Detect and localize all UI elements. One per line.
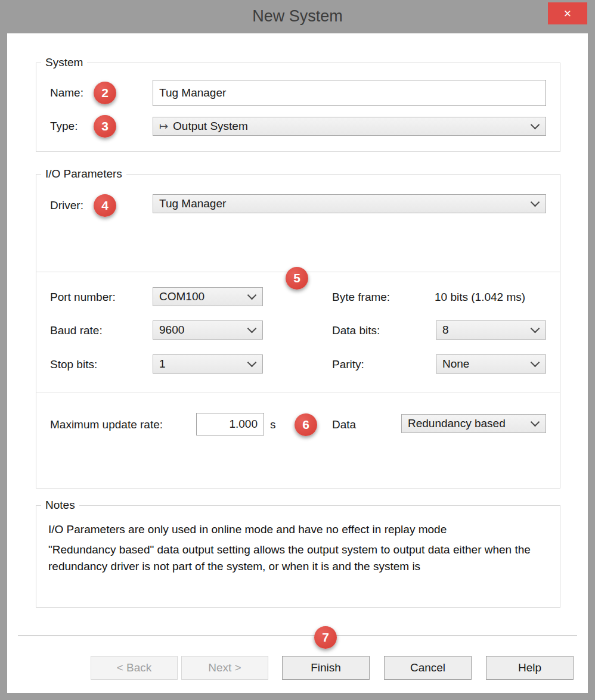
system-group: System Name: 2 Type: 3 ↦ Output System	[36, 63, 560, 152]
max-update-rate-label: Maximum update rate:	[50, 418, 163, 431]
chevron-down-icon	[247, 358, 257, 368]
driver-label: Driver:	[50, 199, 83, 212]
callout-badge-7: 7	[314, 626, 337, 649]
new-system-dialog: New System × System Name: 2 Type: 3 ↦ Ou…	[0, 0, 595, 700]
dialog-title: New System	[0, 7, 595, 26]
callout-badge-2: 2	[94, 82, 116, 104]
update-rate-unit: s	[270, 418, 276, 431]
notes-line-1: I/O Parameters are only used in online m…	[48, 521, 552, 538]
driver-select[interactable]: Tug Manager	[153, 194, 546, 213]
data-bits-value: 8	[442, 323, 449, 337]
cancel-button[interactable]: Cancel	[384, 656, 472, 680]
close-icon: ×	[564, 6, 572, 21]
driver-value: Tug Manager	[159, 197, 226, 210]
type-label: Type:	[50, 120, 78, 133]
titlebar: New System ×	[0, 0, 595, 33]
data-mode-select[interactable]: Redundancy based	[401, 414, 546, 433]
data-bits-label: Data bits:	[332, 324, 380, 337]
baud-rate-select[interactable]: 9600	[153, 321, 263, 340]
chevron-down-icon	[531, 418, 540, 427]
chevron-down-icon	[531, 120, 540, 130]
stop-bits-value: 1	[159, 357, 166, 371]
finish-button[interactable]: Finish	[282, 656, 370, 680]
callout-badge-3: 3	[94, 115, 116, 138]
data-bits-select[interactable]: 8	[436, 321, 546, 340]
max-update-rate-input[interactable]	[196, 413, 264, 435]
port-number-value: COM100	[159, 290, 204, 303]
chevron-down-icon	[247, 291, 257, 300]
chevron-down-icon	[531, 324, 540, 334]
help-button[interactable]: Help	[486, 656, 574, 680]
io-group-label: I/O Parameters	[41, 167, 126, 181]
parity-label: Parity:	[332, 358, 364, 371]
data-mode-value: Redundancy based	[408, 417, 506, 430]
type-select[interactable]: ↦ Output System	[153, 117, 546, 136]
footer-separator	[18, 635, 577, 636]
byte-frame-value: 10 bits (1.042 ms)	[435, 291, 525, 304]
baud-rate-value: 9600	[159, 323, 184, 337]
baud-rate-label: Baud rate:	[50, 324, 103, 337]
callout-badge-6: 6	[295, 413, 317, 436]
dialog-body: System Name: 2 Type: 3 ↦ Output System I…	[7, 33, 588, 693]
close-button[interactable]: ×	[548, 2, 587, 24]
data-label: Data	[332, 418, 356, 431]
io-parameters-group: I/O Parameters Driver: 4 Tug Manager 5 P…	[36, 174, 560, 489]
chevron-down-icon	[531, 198, 540, 207]
chevron-down-icon	[531, 358, 540, 368]
port-number-label: Port number:	[50, 291, 116, 304]
stop-bits-select[interactable]: 1	[153, 354, 263, 374]
notes-group-label: Notes	[41, 499, 79, 512]
type-value: Output System	[173, 120, 248, 133]
byte-frame-label: Byte frame:	[332, 291, 390, 304]
chevron-down-icon	[247, 324, 257, 334]
name-label: Name:	[50, 86, 83, 99]
notes-line-2: "Redundancy based" data output setting a…	[48, 542, 552, 575]
parity-value: None	[442, 357, 469, 371]
stop-bits-label: Stop bits:	[50, 358, 97, 371]
output-system-icon: ↦	[159, 120, 168, 133]
callout-badge-5: 5	[286, 267, 308, 290]
name-input[interactable]	[153, 80, 546, 106]
port-number-select[interactable]: COM100	[153, 287, 263, 306]
notes-group: Notes I/O Parameters are only used in on…	[36, 505, 560, 608]
parity-select[interactable]: None	[436, 354, 546, 374]
section-divider	[36, 393, 560, 393]
system-group-label: System	[41, 56, 87, 69]
back-button: < Back	[91, 656, 178, 680]
next-button: Next >	[181, 656, 268, 680]
callout-badge-4: 4	[94, 194, 116, 217]
